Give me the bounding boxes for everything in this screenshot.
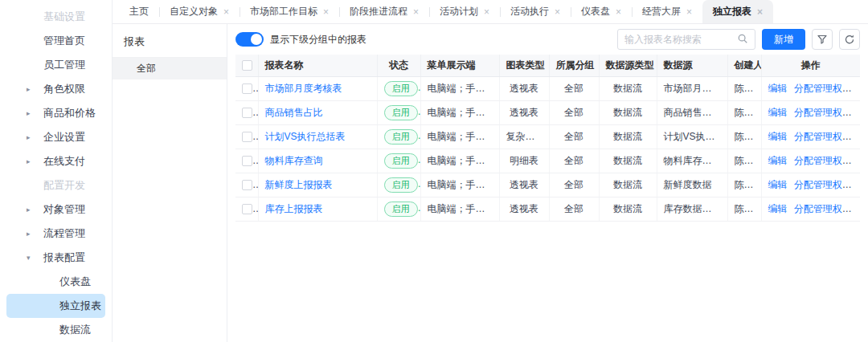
- more-actions-icon[interactable]: ···: [858, 83, 860, 94]
- tab-label: 活动执行: [510, 5, 549, 18]
- report-name-link[interactable]: 物料库存查询: [265, 155, 323, 166]
- sidebar-section-title: 配置开发: [0, 173, 112, 197]
- sidebar-item-label: 基础设置: [43, 10, 85, 22]
- sidebar-item-角色权限[interactable]: ▸ 角色权限: [0, 77, 112, 101]
- group-cell: 全部: [549, 76, 599, 100]
- report-name-link[interactable]: 市场部月度考核表: [265, 83, 342, 94]
- expand-arrow-icon: ▸: [27, 77, 31, 101]
- refresh-button[interactable]: [839, 29, 860, 50]
- sidebar-item-对象管理[interactable]: ▸ 对象管理: [0, 197, 112, 222]
- group-cell: 全部: [549, 197, 599, 221]
- tab-独立报表[interactable]: 独立报表 ×: [702, 0, 773, 23]
- assign-permission-link[interactable]: 分配管理权限: [794, 131, 852, 142]
- row-actions: 编辑 分配管理权限 ···: [761, 149, 860, 173]
- toggle-label: 显示下级分组中的报表: [270, 33, 366, 47]
- sidebar-item-在线支付[interactable]: ▸ 在线支付: [0, 149, 112, 173]
- sidebar-nav: 基础设置 管理首页 员工管理 ▸ 角色权限 ▸ 商品和价格 ▸ 企业设置 ▸ 在…: [0, 0, 113, 342]
- menu-display-cell: 电脑端；手机端...: [420, 100, 499, 124]
- row-checkbox[interactable]: [242, 132, 252, 142]
- report-name-link[interactable]: 新鲜度上报报表: [265, 179, 333, 190]
- tab-自定义对象[interactable]: 自定义对象 ×: [159, 0, 240, 23]
- column-header-chart: 图表类型: [499, 55, 549, 76]
- sidebar-item-商品和价格[interactable]: ▸ 商品和价格: [0, 101, 112, 125]
- assign-permission-link[interactable]: 分配管理权限: [794, 155, 852, 166]
- row-checkbox[interactable]: [242, 108, 252, 118]
- tab-close-icon[interactable]: ×: [413, 7, 419, 17]
- more-actions-icon[interactable]: ···: [858, 107, 860, 118]
- assign-permission-link[interactable]: 分配管理权限: [794, 179, 852, 190]
- tab-经营大屏[interactable]: 经营大屏 ×: [632, 0, 702, 23]
- menu-display-cell: 电脑端；手机端...: [420, 197, 499, 221]
- creator-cell: 陈主管: [727, 76, 761, 100]
- row-checkbox[interactable]: [242, 204, 252, 214]
- report-name-link[interactable]: 库存上报报表: [265, 203, 323, 214]
- more-actions-icon[interactable]: ···: [858, 203, 860, 214]
- tab-close-icon[interactable]: ×: [484, 7, 489, 17]
- tab-主页[interactable]: 主页: [119, 0, 159, 23]
- report-name-link[interactable]: 计划VS执行总括表: [265, 131, 346, 142]
- chart-type-cell: 明细表: [499, 149, 549, 173]
- tab-close-icon[interactable]: ×: [555, 7, 560, 17]
- tab-阶段推进流程[interactable]: 阶段推进流程 ×: [339, 0, 429, 23]
- tab-活动执行[interactable]: 活动执行 ×: [500, 0, 571, 23]
- assign-permission-link[interactable]: 分配管理权限: [794, 107, 852, 118]
- tab-活动计划[interactable]: 活动计划 ×: [429, 0, 500, 23]
- datasource-cell: 计划VS执行表: [657, 124, 727, 149]
- sidebar-item-流程管理[interactable]: ▸ 流程管理: [0, 222, 112, 246]
- table-row: 商品销售占比 启用 电脑端；手机端... 透视表 全部 数据流 商品销售占比 陈…: [235, 100, 860, 124]
- tab-close-icon[interactable]: ×: [757, 7, 763, 17]
- assign-permission-link[interactable]: 分配管理权限: [794, 203, 852, 214]
- show-subgroup-toggle[interactable]: [235, 32, 264, 47]
- chart-type-cell: 透视表: [499, 197, 549, 221]
- tab-市场部工作目标[interactable]: 市场部工作目标 ×: [240, 0, 339, 23]
- search-input[interactable]: [624, 34, 732, 45]
- edit-link[interactable]: 编辑: [768, 83, 788, 94]
- tab-close-icon[interactable]: ×: [323, 7, 329, 17]
- filter-button[interactable]: [812, 29, 833, 50]
- sidebar-item-员工管理[interactable]: 员工管理: [0, 53, 112, 77]
- edit-link[interactable]: 编辑: [768, 155, 788, 166]
- chart-type-cell: 复杂报表: [499, 124, 549, 149]
- select-all-checkbox[interactable]: [242, 60, 252, 71]
- toolbar: 显示下级分组中的报表 新增: [235, 24, 860, 55]
- tab-仪表盘[interactable]: 仪表盘 ×: [571, 0, 632, 23]
- sidebar-item-仪表盘[interactable]: 仪表盘: [0, 270, 112, 294]
- row-actions: 编辑 分配管理权限 ···: [761, 173, 860, 197]
- menu-display-cell: 电脑端；手机端...: [420, 173, 499, 197]
- edit-link[interactable]: 编辑: [768, 179, 788, 190]
- tab-label: 活动计划: [440, 5, 478, 18]
- more-actions-icon[interactable]: ···: [858, 179, 860, 190]
- edit-link[interactable]: 编辑: [768, 107, 788, 118]
- add-report-button[interactable]: 新增: [762, 29, 805, 50]
- sidebar-item-label: 流程管理: [43, 227, 85, 239]
- report-name-link[interactable]: 商品销售占比: [265, 107, 323, 118]
- more-actions-icon[interactable]: ···: [858, 155, 860, 166]
- sidebar-item-独立报表[interactable]: 独立报表: [6, 294, 105, 318]
- expand-arrow-icon: ▸: [27, 101, 31, 125]
- more-actions-icon[interactable]: ···: [858, 131, 860, 142]
- row-checkbox[interactable]: [242, 83, 252, 94]
- tab-close-icon[interactable]: ×: [686, 7, 692, 17]
- group-panel-item[interactable]: 全部: [113, 58, 227, 79]
- sidebar-item-企业设置[interactable]: ▸ 企业设置: [0, 125, 112, 149]
- tab-close-icon[interactable]: ×: [223, 7, 229, 17]
- sidebar-item-报表配置[interactable]: ▾ 报表配置: [0, 246, 112, 270]
- edit-link[interactable]: 编辑: [768, 131, 788, 142]
- column-header-menu: 菜单展示端: [420, 55, 499, 76]
- content-area: 报表 全部 显示下级分组中的报表 新增: [113, 24, 868, 342]
- sidebar-item-数据流[interactable]: 数据流: [0, 318, 112, 342]
- row-checkbox[interactable]: [242, 156, 252, 166]
- row-actions: 编辑 分配管理权限 ···: [761, 197, 860, 221]
- tab-close-icon[interactable]: ×: [616, 7, 621, 17]
- tab-label: 主页: [129, 5, 149, 18]
- tab-label: 独立报表: [713, 5, 751, 18]
- tab-label: 仪表盘: [581, 5, 610, 18]
- sidebar-item-管理首页[interactable]: 管理首页: [0, 29, 112, 53]
- search-icon[interactable]: [737, 33, 748, 47]
- row-checkbox[interactable]: [242, 180, 252, 190]
- edit-link[interactable]: 编辑: [768, 203, 788, 214]
- assign-permission-link[interactable]: 分配管理权限: [794, 83, 852, 94]
- group-cell: 全部: [549, 173, 599, 197]
- row-actions: 编辑 分配管理权限 ···: [761, 76, 860, 100]
- app-window: 基础设置 管理首页 员工管理 ▸ 角色权限 ▸ 商品和价格 ▸ 企业设置 ▸ 在…: [0, 0, 868, 342]
